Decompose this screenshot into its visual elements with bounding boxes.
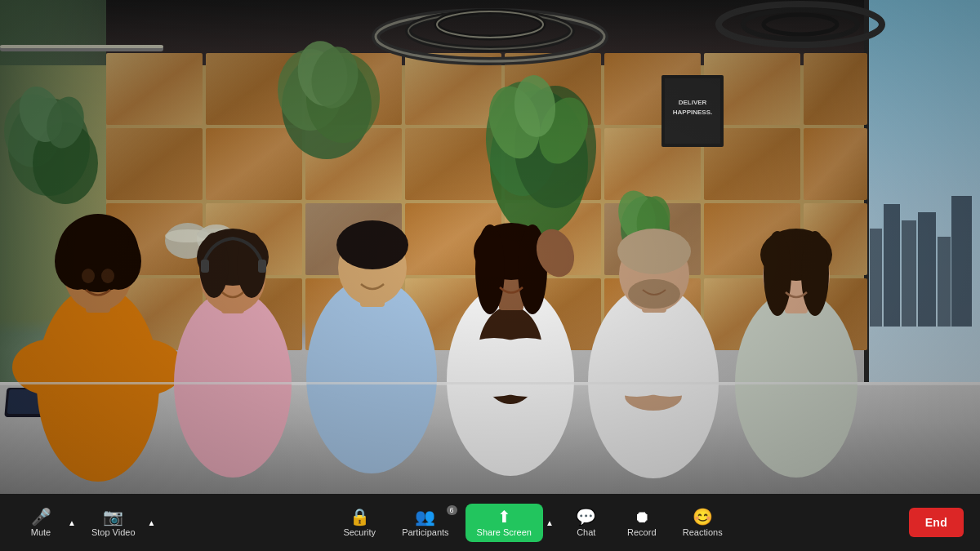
security-button[interactable]: 🔒 Security [333, 504, 385, 542]
shield-icon: 🔒 [350, 509, 370, 525]
toolbar-right: End [909, 508, 964, 537]
reactions-button[interactable]: 😊 Reactions [673, 504, 733, 542]
microphone-icon: 🎤 [31, 509, 51, 525]
toolbar-center: 🔒 Security 👥 6 Participants ⬆ Share Scre… [157, 504, 908, 542]
participants-count-badge: 6 [447, 505, 457, 515]
share-screen-button[interactable]: ⬆ Share Screen [466, 504, 543, 542]
mute-label: Mute [31, 527, 51, 537]
share-screen-label: Share Screen [477, 527, 532, 537]
svg-rect-141 [0, 0, 980, 514]
share-screen-icon: ⬆ [497, 509, 511, 525]
stop-video-button[interactable]: 📷 Stop Video [82, 504, 145, 542]
record-button[interactable]: ⏺ Record [617, 504, 666, 542]
mute-section: 🎤 Mute ▲ [16, 504, 78, 542]
participants-button[interactable]: 👥 6 Participants [392, 504, 458, 542]
participants-label: Participants [402, 527, 448, 537]
share-screen-arrow[interactable]: ▲ [544, 517, 555, 529]
camera-icon: 📷 [103, 509, 123, 525]
reactions-icon: 😊 [693, 509, 713, 525]
stop-video-label: Stop Video [91, 527, 136, 537]
toolbar: 🎤 Mute ▲ 📷 Stop Video ▲ 🔒 Security 👥 6 P… [0, 494, 980, 551]
chat-button[interactable]: 💬 Chat [562, 504, 611, 542]
share-screen-section: ⬆ Share Screen ▲ [466, 504, 555, 542]
record-icon: ⏺ [634, 509, 650, 525]
meeting-scene: DELIVER HAPPINESS. [0, 0, 980, 514]
mute-arrow[interactable]: ▲ [66, 517, 78, 529]
chat-icon: 💬 [576, 509, 596, 525]
toolbar-left: 🎤 Mute ▲ 📷 Stop Video ▲ [16, 504, 157, 542]
video-section: 📷 Stop Video ▲ [82, 504, 158, 542]
mute-button[interactable]: 🎤 Mute [16, 504, 65, 542]
reactions-label: Reactions [683, 527, 723, 537]
chat-label: Chat [577, 527, 595, 537]
video-area: DELIVER HAPPINESS. [0, 0, 980, 514]
record-label: Record [627, 527, 656, 537]
security-label: Security [343, 527, 376, 537]
video-arrow[interactable]: ▲ [146, 517, 158, 529]
end-button[interactable]: End [909, 508, 964, 537]
participants-icon: 👥 [415, 509, 435, 525]
